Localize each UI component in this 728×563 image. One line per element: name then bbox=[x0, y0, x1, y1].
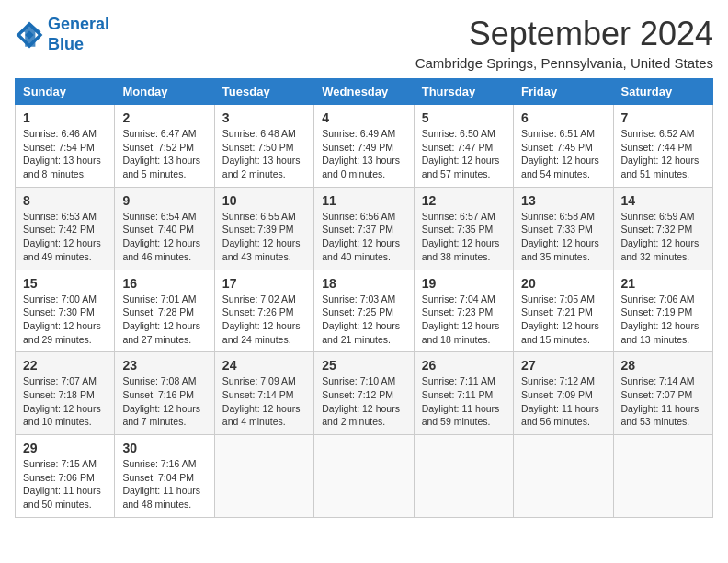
day-header-saturday: Saturday bbox=[613, 79, 712, 105]
calendar-cell: 5Sunrise: 6:50 AMSunset: 7:47 PMDaylight… bbox=[414, 105, 513, 188]
day-info: Sunrise: 7:08 AMSunset: 7:16 PMDaylight:… bbox=[122, 374, 206, 429]
day-number: 12 bbox=[422, 193, 506, 208]
calendar-cell: 27Sunrise: 7:12 AMSunset: 7:09 PMDayligh… bbox=[514, 352, 613, 435]
calendar-cell: 21Sunrise: 7:06 AMSunset: 7:19 PMDayligh… bbox=[613, 270, 712, 352]
calendar-cell: 18Sunrise: 7:03 AMSunset: 7:25 PMDayligh… bbox=[314, 270, 414, 352]
day-header-thursday: Thursday bbox=[414, 79, 513, 105]
day-header-wednesday: Wednesday bbox=[314, 79, 414, 105]
calendar-cell bbox=[214, 435, 313, 518]
calendar-cell: 17Sunrise: 7:02 AMSunset: 7:26 PMDayligh… bbox=[214, 270, 313, 352]
day-number: 28 bbox=[621, 358, 705, 373]
day-number: 5 bbox=[422, 110, 506, 125]
calendar-cell: 4Sunrise: 6:49 AMSunset: 7:49 PMDaylight… bbox=[314, 105, 414, 188]
day-header-friday: Friday bbox=[514, 79, 613, 105]
calendar-cell: 20Sunrise: 7:05 AMSunset: 7:21 PMDayligh… bbox=[514, 270, 613, 352]
calendar-cell bbox=[514, 435, 613, 518]
day-number: 11 bbox=[322, 193, 405, 208]
day-number: 23 bbox=[122, 358, 206, 373]
day-number: 3 bbox=[222, 110, 306, 125]
day-info: Sunrise: 6:49 AMSunset: 7:49 PMDaylight:… bbox=[322, 127, 405, 181]
day-info: Sunrise: 7:02 AMSunset: 7:26 PMDaylight:… bbox=[222, 293, 306, 347]
day-number: 6 bbox=[521, 110, 605, 125]
calendar-table: SundayMondayTuesdayWednesdayThursdayFrid… bbox=[15, 78, 713, 518]
day-info: Sunrise: 7:04 AMSunset: 7:23 PMDaylight:… bbox=[422, 293, 506, 347]
calendar-cell: 13Sunrise: 6:58 AMSunset: 7:33 PMDayligh… bbox=[514, 187, 613, 270]
day-info: Sunrise: 6:53 AMSunset: 7:42 PMDaylight:… bbox=[23, 210, 107, 264]
day-number: 15 bbox=[23, 276, 107, 291]
location-title: Cambridge Springs, Pennsylvania, United … bbox=[415, 55, 713, 71]
calendar-cell: 6Sunrise: 6:51 AMSunset: 7:45 PMDaylight… bbox=[514, 105, 613, 188]
calendar-week-row: 8Sunrise: 6:53 AMSunset: 7:42 PMDaylight… bbox=[16, 187, 713, 270]
day-number: 8 bbox=[23, 193, 107, 208]
day-info: Sunrise: 7:11 AMSunset: 7:11 PMDaylight:… bbox=[422, 374, 506, 429]
day-info: Sunrise: 7:12 AMSunset: 7:09 PMDaylight:… bbox=[521, 374, 605, 429]
day-number: 20 bbox=[521, 276, 605, 291]
day-info: Sunrise: 6:47 AMSunset: 7:52 PMDaylight:… bbox=[122, 127, 206, 181]
calendar-cell: 15Sunrise: 7:00 AMSunset: 7:30 PMDayligh… bbox=[16, 270, 115, 352]
day-number: 16 bbox=[122, 276, 206, 291]
day-info: Sunrise: 6:52 AMSunset: 7:44 PMDaylight:… bbox=[621, 127, 705, 181]
day-info: Sunrise: 7:15 AMSunset: 7:06 PMDaylight:… bbox=[23, 457, 107, 511]
day-info: Sunrise: 7:03 AMSunset: 7:25 PMDaylight:… bbox=[322, 293, 405, 347]
day-info: Sunrise: 7:14 AMSunset: 7:07 PMDaylight:… bbox=[621, 374, 705, 429]
day-number: 22 bbox=[23, 358, 107, 373]
calendar-week-row: 29Sunrise: 7:15 AMSunset: 7:06 PMDayligh… bbox=[16, 435, 713, 518]
calendar-week-row: 22Sunrise: 7:07 AMSunset: 7:18 PMDayligh… bbox=[16, 352, 713, 435]
calendar-cell: 23Sunrise: 7:08 AMSunset: 7:16 PMDayligh… bbox=[115, 352, 214, 435]
calendar-cell: 8Sunrise: 6:53 AMSunset: 7:42 PMDaylight… bbox=[16, 187, 115, 270]
day-info: Sunrise: 6:51 AMSunset: 7:45 PMDaylight:… bbox=[521, 127, 605, 181]
day-header-sunday: Sunday bbox=[16, 79, 115, 105]
day-info: Sunrise: 6:50 AMSunset: 7:47 PMDaylight:… bbox=[422, 127, 506, 181]
day-info: Sunrise: 6:48 AMSunset: 7:50 PMDaylight:… bbox=[222, 127, 306, 181]
calendar-cell: 19Sunrise: 7:04 AMSunset: 7:23 PMDayligh… bbox=[414, 270, 513, 352]
calendar-cell: 30Sunrise: 7:16 AMSunset: 7:04 PMDayligh… bbox=[115, 435, 214, 518]
logo: General Blue bbox=[15, 15, 109, 54]
title-area: September 2024 Cambridge Springs, Pennsy… bbox=[415, 15, 713, 71]
day-info: Sunrise: 7:05 AMSunset: 7:21 PMDaylight:… bbox=[521, 293, 605, 347]
calendar-cell: 28Sunrise: 7:14 AMSunset: 7:07 PMDayligh… bbox=[613, 352, 712, 435]
calendar-cell: 14Sunrise: 6:59 AMSunset: 7:32 PMDayligh… bbox=[613, 187, 712, 270]
day-number: 27 bbox=[521, 358, 605, 373]
day-number: 9 bbox=[122, 193, 206, 208]
calendar-cell: 29Sunrise: 7:15 AMSunset: 7:06 PMDayligh… bbox=[16, 435, 115, 518]
calendar-cell: 2Sunrise: 6:47 AMSunset: 7:52 PMDaylight… bbox=[115, 105, 214, 188]
calendar-cell bbox=[613, 435, 712, 518]
day-number: 4 bbox=[322, 110, 405, 125]
day-info: Sunrise: 7:00 AMSunset: 7:30 PMDaylight:… bbox=[23, 293, 107, 347]
calendar-cell bbox=[414, 435, 513, 518]
calendar-cell: 3Sunrise: 6:48 AMSunset: 7:50 PMDaylight… bbox=[214, 105, 313, 188]
day-header-monday: Monday bbox=[115, 79, 214, 105]
day-info: Sunrise: 6:58 AMSunset: 7:33 PMDaylight:… bbox=[521, 210, 605, 264]
calendar-week-row: 1Sunrise: 6:46 AMSunset: 7:54 PMDaylight… bbox=[16, 105, 713, 188]
calendar-week-row: 15Sunrise: 7:00 AMSunset: 7:30 PMDayligh… bbox=[16, 270, 713, 352]
day-info: Sunrise: 7:01 AMSunset: 7:28 PMDaylight:… bbox=[122, 293, 206, 347]
day-number: 13 bbox=[521, 193, 605, 208]
day-info: Sunrise: 7:07 AMSunset: 7:18 PMDaylight:… bbox=[23, 374, 107, 429]
day-info: Sunrise: 7:06 AMSunset: 7:19 PMDaylight:… bbox=[621, 293, 705, 347]
day-info: Sunrise: 6:55 AMSunset: 7:39 PMDaylight:… bbox=[222, 210, 306, 264]
day-number: 19 bbox=[422, 276, 506, 291]
calendar-cell: 16Sunrise: 7:01 AMSunset: 7:28 PMDayligh… bbox=[115, 270, 214, 352]
day-number: 25 bbox=[322, 358, 405, 373]
day-info: Sunrise: 7:16 AMSunset: 7:04 PMDaylight:… bbox=[122, 457, 206, 511]
logo-icon bbox=[15, 20, 44, 50]
day-info: Sunrise: 7:09 AMSunset: 7:14 PMDaylight:… bbox=[222, 374, 306, 429]
calendar-cell: 22Sunrise: 7:07 AMSunset: 7:18 PMDayligh… bbox=[16, 352, 115, 435]
day-info: Sunrise: 6:54 AMSunset: 7:40 PMDaylight:… bbox=[122, 210, 206, 264]
calendar-cell: 9Sunrise: 6:54 AMSunset: 7:40 PMDaylight… bbox=[115, 187, 214, 270]
day-number: 26 bbox=[422, 358, 506, 373]
day-number: 1 bbox=[23, 110, 107, 125]
calendar-cell: 11Sunrise: 6:56 AMSunset: 7:37 PMDayligh… bbox=[314, 187, 414, 270]
day-info: Sunrise: 7:10 AMSunset: 7:12 PMDaylight:… bbox=[322, 374, 405, 429]
day-number: 21 bbox=[621, 276, 705, 291]
calendar-cell: 1Sunrise: 6:46 AMSunset: 7:54 PMDaylight… bbox=[16, 105, 115, 188]
day-info: Sunrise: 6:56 AMSunset: 7:37 PMDaylight:… bbox=[322, 210, 405, 264]
month-title: September 2024 bbox=[415, 15, 713, 53]
page-header: General Blue September 2024 Cambridge Sp… bbox=[15, 15, 713, 71]
logo-text: General Blue bbox=[48, 15, 109, 54]
day-number: 14 bbox=[621, 193, 705, 208]
day-info: Sunrise: 6:46 AMSunset: 7:54 PMDaylight:… bbox=[23, 127, 107, 181]
calendar-cell: 25Sunrise: 7:10 AMSunset: 7:12 PMDayligh… bbox=[314, 352, 414, 435]
calendar-cell: 26Sunrise: 7:11 AMSunset: 7:11 PMDayligh… bbox=[414, 352, 513, 435]
day-number: 7 bbox=[621, 110, 705, 125]
